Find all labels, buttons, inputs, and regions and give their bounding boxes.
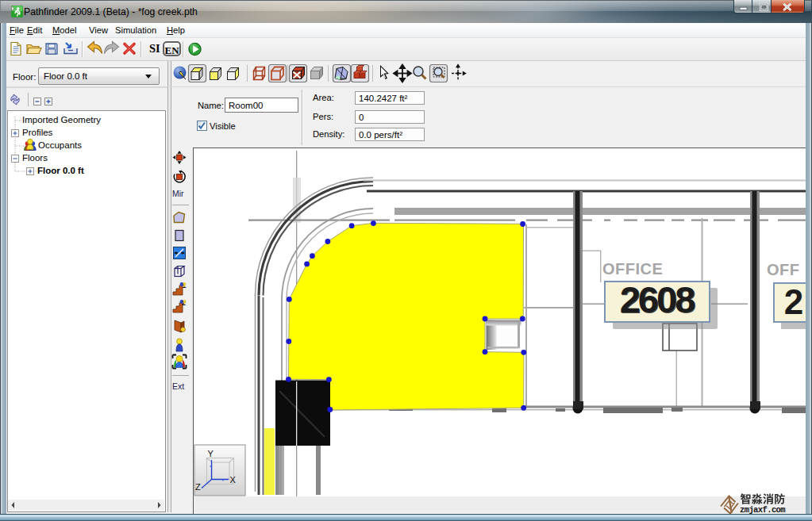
svg-text:2: 2 bbox=[784, 282, 803, 321]
svg-text:X: X bbox=[230, 475, 237, 485]
svg-text:Y: Y bbox=[208, 449, 214, 458]
svg-text:OFF: OFF bbox=[767, 261, 800, 278]
svg-text:Z: Z bbox=[195, 482, 201, 492]
svg-text:OFFICE: OFFICE bbox=[602, 260, 663, 278]
svg-text:2: 2 bbox=[182, 299, 186, 307]
svg-text:zmjaxf.com: zmjaxf.com bbox=[740, 505, 785, 515]
svg-text:2608: 2608 bbox=[620, 278, 695, 320]
